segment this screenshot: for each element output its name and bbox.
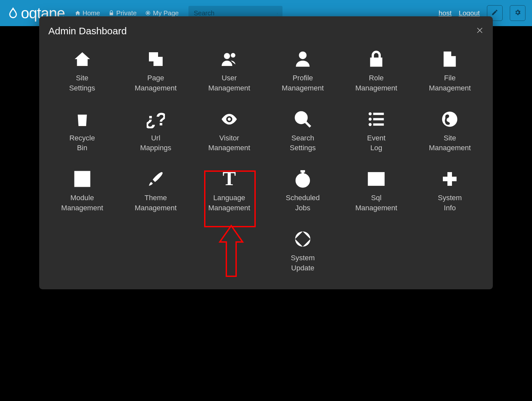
tile-event-log[interactable]: Event Log bbox=[343, 106, 410, 157]
tile-scheduled-jobs[interactable]: Scheduled Jobs bbox=[269, 166, 337, 217]
tile-file-management[interactable]: File Management bbox=[416, 46, 484, 97]
tile-label: File Management bbox=[429, 73, 471, 93]
pencil-icon bbox=[491, 9, 498, 17]
svg-rect-18 bbox=[373, 118, 384, 120]
tile-label: Language Management bbox=[208, 193, 250, 213]
profile-icon bbox=[293, 50, 312, 69]
nav-private[interactable]: Private bbox=[108, 9, 137, 17]
tile-label: Profile Management bbox=[282, 73, 324, 93]
font-icon: T bbox=[220, 169, 239, 188]
tile-label: User Management bbox=[208, 73, 250, 93]
tile-label: Module Management bbox=[61, 193, 103, 213]
dashboard-grid: Site Settings Page Management User Manag… bbox=[48, 46, 484, 217]
globe-icon bbox=[440, 110, 459, 129]
nav-home-label: Home bbox=[83, 9, 100, 17]
settings-button[interactable] bbox=[510, 5, 525, 21]
nav-mypage-label: My Page bbox=[153, 9, 179, 17]
tile-system-info[interactable]: System Info bbox=[416, 166, 484, 217]
tile-label: Visitor Management bbox=[208, 133, 250, 153]
tile-label: Search Settings bbox=[290, 133, 316, 153]
modal-title: Admin Dashboard bbox=[48, 25, 127, 37]
search-icon bbox=[277, 9, 278, 17]
tile-url-mappings[interactable]: ¿? Url Mappings bbox=[122, 106, 189, 157]
tile-visitor-management[interactable]: Visitor Management bbox=[195, 106, 263, 157]
main-nav: Home Private My Page bbox=[75, 9, 179, 17]
aperture-icon bbox=[293, 230, 312, 249]
svg-point-21 bbox=[442, 111, 458, 127]
home-icon bbox=[75, 10, 81, 16]
tile-label: Site Management bbox=[429, 133, 471, 153]
close-icon bbox=[476, 27, 483, 35]
modal-header: Admin Dashboard bbox=[48, 25, 484, 37]
question-icon: ¿? bbox=[146, 110, 165, 129]
tile-system-update[interactable]: System Update bbox=[269, 226, 337, 277]
trash-icon bbox=[73, 110, 92, 129]
tile-label: Url Mappings bbox=[140, 133, 171, 153]
svg-point-2 bbox=[277, 13, 278, 14]
tile-language-management[interactable]: T Language Management bbox=[195, 166, 263, 217]
logout-link[interactable]: Logout bbox=[459, 9, 480, 17]
tile-site-settings[interactable]: Site Settings bbox=[48, 46, 116, 97]
tile-module-management[interactable]: Module Management bbox=[48, 166, 116, 217]
tile-recycle-bin[interactable]: Recycle Bin bbox=[48, 106, 116, 157]
svg-rect-20 bbox=[373, 123, 384, 125]
tile-theme-management[interactable]: Theme Management bbox=[122, 166, 189, 217]
gear-icon bbox=[514, 9, 521, 17]
search-icon bbox=[293, 110, 312, 129]
target-icon bbox=[145, 10, 151, 16]
tile-sql-management[interactable]: Sql Management bbox=[343, 166, 410, 217]
tile-site-management[interactable]: Site Management bbox=[416, 106, 484, 157]
users-icon bbox=[220, 50, 239, 69]
nav-home[interactable]: Home bbox=[75, 9, 100, 17]
lock-icon bbox=[367, 50, 386, 69]
eye-icon bbox=[220, 110, 239, 129]
svg-line-3 bbox=[278, 14, 278, 14]
window-icon bbox=[73, 169, 92, 188]
list-icon bbox=[367, 110, 386, 129]
tile-role-management[interactable]: Role Management bbox=[343, 46, 410, 97]
svg-line-14 bbox=[305, 121, 310, 127]
svg-point-8 bbox=[224, 53, 230, 59]
tile-search-settings[interactable]: Search Settings bbox=[269, 106, 337, 157]
plus-icon bbox=[440, 169, 459, 188]
stopwatch-icon bbox=[293, 169, 312, 188]
logo-drop-icon bbox=[7, 5, 20, 21]
lock-icon bbox=[108, 10, 114, 16]
tile-page-management[interactable]: Page Management bbox=[122, 46, 189, 97]
svg-rect-30 bbox=[369, 173, 384, 185]
close-button[interactable] bbox=[476, 27, 484, 35]
svg-rect-7 bbox=[153, 57, 163, 66]
nav-mypage[interactable]: My Page bbox=[145, 9, 179, 17]
svg-point-10 bbox=[299, 52, 306, 59]
admin-dashboard-modal: Admin Dashboard Site Settings Page Manag… bbox=[39, 16, 493, 289]
pages-icon bbox=[146, 50, 165, 69]
svg-point-17 bbox=[369, 118, 372, 120]
svg-point-15 bbox=[369, 112, 372, 115]
tile-profile-management[interactable]: Profile Management bbox=[269, 46, 337, 97]
home-icon bbox=[73, 50, 92, 69]
svg-point-1 bbox=[147, 12, 149, 14]
tile-label: System Info bbox=[438, 193, 462, 213]
tile-label: Role Management bbox=[355, 73, 397, 93]
file-icon bbox=[440, 50, 459, 69]
brush-icon bbox=[146, 169, 165, 188]
tile-label: Theme Management bbox=[135, 193, 177, 213]
table-icon bbox=[367, 169, 386, 188]
tile-label: Event Log bbox=[367, 133, 385, 153]
svg-point-24 bbox=[78, 173, 79, 175]
search-input[interactable] bbox=[193, 9, 277, 17]
tile-label: Site Settings bbox=[69, 73, 95, 93]
tile-user-management[interactable]: User Management bbox=[195, 46, 263, 97]
dashboard-grid-last-row: System Update bbox=[48, 226, 484, 277]
nav-private-label: Private bbox=[116, 9, 137, 17]
svg-rect-16 bbox=[373, 113, 384, 115]
tile-label: System Update bbox=[291, 253, 314, 273]
svg-point-12 bbox=[228, 118, 231, 120]
tile-label: Recycle Bin bbox=[69, 133, 95, 153]
svg-point-9 bbox=[231, 53, 235, 57]
svg-point-19 bbox=[369, 123, 372, 126]
tile-label: Page Management bbox=[135, 73, 177, 93]
svg-text:¿?: ¿? bbox=[147, 110, 165, 128]
user-link[interactable]: host bbox=[439, 9, 452, 17]
tile-label: Scheduled Jobs bbox=[286, 193, 320, 213]
